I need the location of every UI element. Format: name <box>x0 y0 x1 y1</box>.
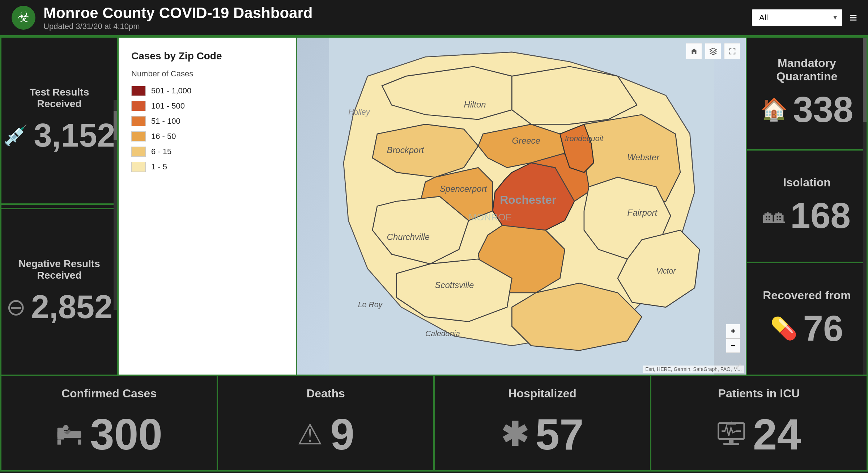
legend-color-2 <box>131 101 146 111</box>
hospitalized-value-row: ✱ 57 <box>501 409 583 459</box>
layers-button[interactable] <box>705 43 721 59</box>
patients-icu-value-row: 24 <box>717 409 801 459</box>
home-button[interactable] <box>686 43 702 59</box>
svg-text:☣: ☣ <box>17 9 30 24</box>
legend-title: Cases by Zip Code <box>131 50 283 62</box>
mandatory-quarantine-value: 338 <box>793 89 854 130</box>
svg-rect-26 <box>723 443 739 445</box>
deaths-value: 9 <box>330 409 354 459</box>
test-results-card: Test Results Received 💉 3,152 <box>1 38 117 203</box>
legend-item-3: 51 - 100 <box>131 116 283 126</box>
zoom-in-button[interactable]: + <box>726 324 740 338</box>
legend-color-6 <box>131 162 146 172</box>
zoom-out-button[interactable]: − <box>726 338 740 353</box>
legend-item-4: 16 - 50 <box>131 131 283 142</box>
le-roy-label: Le Roy <box>358 300 383 309</box>
holley-label: Holley <box>348 108 370 117</box>
scrollbar[interactable] <box>863 38 867 375</box>
brockport-label: Brockport <box>387 145 425 155</box>
map-svg: Hilton Greece Irondequoit Brockport Spen… <box>297 38 746 375</box>
legend-label-1: 501 - 1,000 <box>151 86 191 96</box>
webster-label: Webster <box>627 152 660 162</box>
hospital-bed-icon <box>56 421 83 448</box>
isolation-card: Isolation 🏘 168 <box>747 151 867 262</box>
scottsville-label: Scottsville <box>435 280 474 290</box>
isolation-value: 168 <box>790 195 851 236</box>
test-results-title: Test Results Received <box>9 86 110 110</box>
confirmed-cases-value-row: 300 <box>56 409 162 459</box>
patients-icu-card: Patients in ICU 24 <box>651 376 867 470</box>
irondequoit-label: Irondequoit <box>565 134 604 143</box>
hilton-label: Hilton <box>464 100 486 109</box>
svg-rect-23 <box>78 439 81 444</box>
legend-subtitle: Number of Cases <box>131 69 283 79</box>
svg-rect-22 <box>58 439 61 444</box>
header: ☣ Monroe County COVID-19 Dashboard Updat… <box>0 0 868 36</box>
legend-item-5: 6 - 15 <box>131 147 283 157</box>
mandatory-quarantine-card: Mandatory Quarantine 🏠 338 <box>747 38 867 149</box>
negative-results-card: Negative Results Received ⊖ 2,852 <box>1 209 117 375</box>
asterisk-icon: ✱ <box>501 415 528 453</box>
legend-color-5 <box>131 147 146 157</box>
legend-item-6: 1 - 5 <box>131 162 283 172</box>
biohazard-icon: ☣ <box>11 5 36 30</box>
recovered-title: Recovered from <box>763 289 851 302</box>
patients-icu-title: Patients in ICU <box>718 387 800 400</box>
map-panel[interactable]: Hilton Greece Irondequoit Brockport Spen… <box>297 38 746 375</box>
syringe-icon: 💉 <box>3 124 28 147</box>
divider-bar <box>1 205 117 208</box>
legend-color-1 <box>131 86 146 96</box>
header-left: ☣ Monroe County COVID-19 Dashboard Updat… <box>11 4 312 31</box>
header-right: All ≡ <box>752 9 857 26</box>
caledonia-label: Caledonia <box>425 329 460 338</box>
map-zoom-controls: + − <box>726 324 740 353</box>
test-results-value: 3,152 <box>34 117 115 154</box>
rochester-label: Rochester <box>500 193 556 206</box>
negative-results-value-row: ⊖ 2,852 <box>6 288 112 326</box>
monroe-label: MONROE <box>469 212 512 223</box>
header-title: Monroe County COVID-19 Dashboard Updated… <box>43 4 312 31</box>
hospitalized-card: Hospitalized ✱ 57 <box>435 376 650 470</box>
app-title: Monroe County COVID-19 Dashboard <box>43 4 312 22</box>
last-updated: Updated 3/31/20 at 4:10pm <box>43 22 312 31</box>
fairport-label: Fairport <box>627 208 658 218</box>
confirmed-cases-card: Confirmed Cases 300 <box>1 376 217 470</box>
negative-results-value: 2,852 <box>31 288 112 326</box>
recovered-value: 76 <box>803 308 843 349</box>
deaths-title: Deaths <box>306 387 345 400</box>
spencerport-label: Spencerport <box>440 184 488 194</box>
isolation-value-row: 🏘 168 <box>763 195 851 236</box>
isolation-title: Isolation <box>783 176 831 189</box>
confirmed-cases-value: 300 <box>90 409 162 459</box>
legend-color-3 <box>131 116 146 126</box>
legend-item-2: 101 - 500 <box>131 101 283 111</box>
legend-label-2: 101 - 500 <box>151 101 185 111</box>
legend-panel: Cases by Zip Code Number of Cases 501 - … <box>119 38 296 375</box>
fullscreen-button[interactable] <box>724 43 740 59</box>
hospitalized-title: Hospitalized <box>508 387 576 400</box>
quarantine-house-icon: 🏠 <box>761 97 788 122</box>
legend-label-6: 1 - 5 <box>151 162 167 172</box>
bottom-row: Confirmed Cases 300 Deaths ⚠ 9 <box>1 376 867 470</box>
filter-dropdown-wrapper[interactable]: All <box>752 9 842 26</box>
victor-label: Victor <box>656 267 676 275</box>
map-attribution: Esri, HERE, Garmin, SafeGraph, FAO, M... <box>643 366 744 373</box>
mandatory-quarantine-value-row: 🏠 338 <box>761 89 854 130</box>
legend-item-1: 501 - 1,000 <box>131 86 283 96</box>
icu-monitor-icon <box>717 420 746 449</box>
deaths-value-row: ⚠ 9 <box>297 409 354 459</box>
legend-label-4: 16 - 50 <box>151 132 176 141</box>
recovered-value-row: 💊 76 <box>770 308 843 349</box>
test-results-value-row: 💉 3,152 <box>3 117 115 154</box>
svg-rect-20 <box>58 427 64 439</box>
greece-label: Greece <box>512 136 540 145</box>
menu-icon[interactable]: ≡ <box>850 10 857 25</box>
filter-dropdown[interactable]: All <box>752 9 842 26</box>
expand-icon[interactable]: ⤢ <box>735 361 742 371</box>
svg-point-21 <box>63 425 69 430</box>
recovered-card: Recovered from 💊 76 <box>747 263 867 375</box>
confirmed-cases-title: Confirmed Cases <box>61 387 157 400</box>
patients-icu-value: 24 <box>753 409 801 459</box>
deaths-card: Deaths ⚠ 9 <box>218 376 433 470</box>
hospitalized-value: 57 <box>535 409 583 459</box>
